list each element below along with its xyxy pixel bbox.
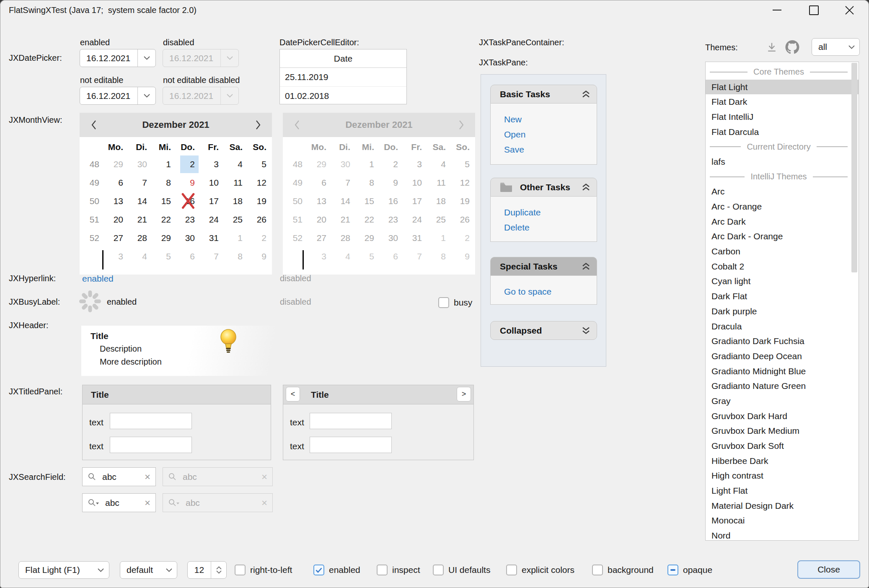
- theme-list-item[interactable]: Dark Flat: [706, 289, 859, 304]
- theme-list-item[interactable]: Flat Darcula: [706, 124, 859, 140]
- theme-list-item[interactable]: Nord: [706, 528, 859, 541]
- theme-list-item[interactable]: High contrast: [706, 469, 859, 484]
- day-cell[interactable]: 5: [152, 247, 176, 266]
- busy-checkbox[interactable]: [438, 297, 449, 308]
- maximize-button[interactable]: [805, 2, 822, 18]
- day-cell[interactable]: 30: [128, 155, 152, 174]
- theme-list-item[interactable]: Monocai: [706, 513, 859, 528]
- checkbox-indeterminate[interactable]: [667, 565, 678, 575]
- theme-list-item[interactable]: Arc Dark - Orange: [706, 229, 859, 244]
- checkbox-group-right-to-left[interactable]: right-to-left: [235, 561, 292, 579]
- day-cell[interactable]: 6: [176, 247, 199, 266]
- checkbox-group-opaque[interactable]: opaque: [667, 561, 712, 579]
- github-icon[interactable]: [785, 40, 799, 56]
- day-cell[interactable]: 8: [223, 247, 247, 266]
- day-cell[interactable]: 26: [247, 210, 271, 229]
- themes-scrollbar[interactable]: [851, 63, 857, 272]
- day-cell[interactable]: 10: [199, 174, 223, 192]
- theme-list-item[interactable]: Gradianto Midnight Blue: [706, 364, 859, 379]
- text-input[interactable]: [110, 413, 192, 429]
- day-cell[interactable]: 5: [247, 155, 271, 174]
- expand-icon[interactable]: [581, 326, 591, 334]
- day-cell[interactable]: 24: [199, 210, 223, 229]
- theme-list-item[interactable]: Cyan light: [706, 274, 859, 289]
- search-input[interactable]: abc ×: [82, 467, 156, 486]
- theme-list-item[interactable]: Gradianto Deep Ocean: [706, 349, 859, 364]
- theme-list-item[interactable]: Flat IntelliJ: [706, 109, 859, 124]
- text-input[interactable]: [110, 437, 192, 453]
- chevron-down-icon[interactable]: [137, 49, 155, 67]
- theme-list-item[interactable]: Material Design Dark: [706, 498, 859, 513]
- spinner-buttons[interactable]: [211, 562, 226, 578]
- theme-list-item[interactable]: Flat Dark: [706, 94, 859, 109]
- taskpane-header[interactable]: Special Tasks: [490, 257, 597, 276]
- theme-list-item[interactable]: Gradianto Dark Fuchsia: [706, 334, 859, 349]
- checkbox-unchecked[interactable]: [433, 565, 444, 575]
- day-cell[interactable]: 23: [176, 210, 199, 229]
- close-button[interactable]: Close: [797, 560, 860, 579]
- theme-list-item[interactable]: Hiberbee Dark: [706, 453, 859, 469]
- search-input-with-menu[interactable]: abc ×: [82, 493, 156, 512]
- clear-icon[interactable]: ×: [145, 498, 150, 508]
- day-cell[interactable]: 28: [128, 229, 152, 247]
- day-cell[interactable]: 1: [152, 155, 176, 174]
- checkbox-unchecked[interactable]: [592, 565, 603, 575]
- day-cell[interactable]: 1: [223, 229, 247, 247]
- hyperlink-enabled[interactable]: enabled: [82, 274, 114, 284]
- taskpane-header[interactable]: Basic Tasks: [490, 85, 597, 104]
- day-cell[interactable]: 27: [104, 229, 128, 247]
- datepicker-not-editable[interactable]: 16.12.2021: [80, 87, 156, 105]
- taskpane-link-delete[interactable]: Delete: [504, 220, 597, 235]
- datepicker-enabled[interactable]: 16.12.2021: [80, 49, 156, 67]
- taskpane-link-duplicate[interactable]: Duplicate: [504, 205, 597, 220]
- theme-list-item[interactable]: Gruvbox Dark Hard: [706, 409, 859, 424]
- search-menu-icon[interactable]: [88, 498, 99, 507]
- day-cell[interactable]: 11: [223, 174, 247, 192]
- theme-list-item[interactable]: Arc - Orange: [706, 199, 859, 214]
- day-cell[interactable]: 30: [176, 229, 199, 247]
- day-cell[interactable]: 4: [223, 155, 247, 174]
- day-cell[interactable]: 17: [199, 192, 223, 210]
- day-cell[interactable]: 19: [247, 192, 271, 210]
- chevron-down-icon[interactable]: [137, 87, 155, 104]
- day-cell[interactable]: 8: [152, 174, 176, 192]
- checkbox-group-ui-defaults[interactable]: UI defaults: [433, 561, 490, 579]
- checkbox-unchecked[interactable]: [506, 565, 517, 575]
- style-select[interactable]: default: [120, 561, 177, 579]
- text-input[interactable]: [310, 437, 392, 453]
- checkbox-group-inspect[interactable]: inspect: [377, 561, 420, 579]
- theme-list-item[interactable]: Arc Dark: [706, 214, 859, 229]
- text-input[interactable]: [310, 413, 392, 429]
- day-cell[interactable]: 12: [247, 174, 271, 192]
- laf-select[interactable]: Flat Light (F1): [18, 561, 109, 579]
- day-cell[interactable]: 21: [128, 210, 152, 229]
- checkbox-unchecked[interactable]: [235, 565, 246, 575]
- day-cell[interactable]: 13: [104, 192, 128, 210]
- day-cell[interactable]: 2: [176, 155, 199, 174]
- theme-list-item[interactable]: lafs: [706, 154, 859, 169]
- table-row[interactable]: 01.02.2018: [280, 86, 406, 105]
- taskpane-link-save[interactable]: Save: [504, 142, 597, 157]
- day-cell[interactable]: 3: [199, 155, 223, 174]
- day-cell[interactable]: 6: [104, 174, 128, 192]
- theme-list-item[interactable]: Flat Light: [706, 80, 859, 95]
- day-cell[interactable]: 22: [152, 210, 176, 229]
- collapse-icon[interactable]: [581, 183, 591, 191]
- collapse-icon[interactable]: [581, 90, 591, 98]
- day-cell[interactable]: 31: [199, 229, 223, 247]
- theme-list-item[interactable]: Gruvbox Dark Soft: [706, 438, 859, 453]
- theme-list-item[interactable]: Gradianto Nature Green: [706, 378, 859, 394]
- theme-list-item[interactable]: Carbon: [706, 244, 859, 259]
- checkbox-unchecked[interactable]: [377, 565, 388, 575]
- checkbox-checked[interactable]: [313, 565, 324, 575]
- day-cell[interactable]: 9: [247, 247, 271, 266]
- table-row[interactable]: 25.11.2019: [280, 68, 406, 86]
- minimize-button[interactable]: [768, 2, 786, 18]
- day-cell[interactable]: 18: [223, 192, 247, 210]
- clear-icon[interactable]: ×: [145, 472, 150, 482]
- checkbox-group-enabled[interactable]: enabled: [313, 561, 360, 579]
- themes-filter-select[interactable]: all: [812, 38, 860, 56]
- day-cell[interactable]: 4: [128, 247, 152, 266]
- taskpane-link-new[interactable]: New: [504, 112, 597, 127]
- theme-list-item[interactable]: Dracula: [706, 319, 859, 334]
